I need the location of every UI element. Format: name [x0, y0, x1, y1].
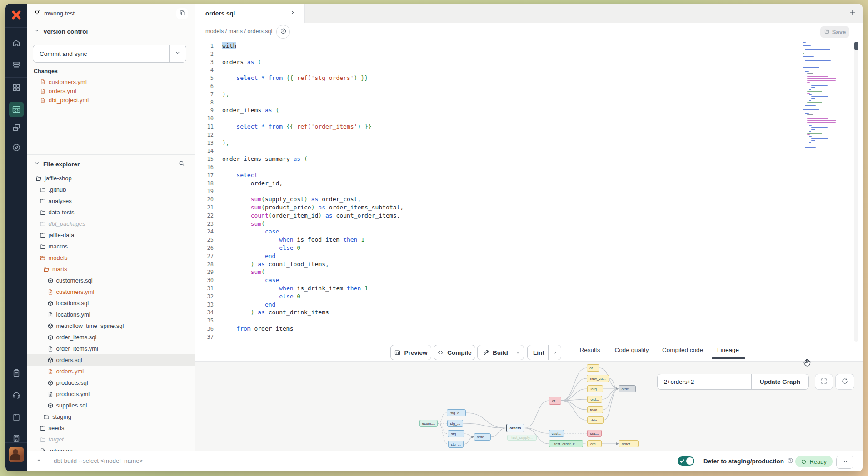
code-line-24[interactable]: 24 case — [195, 228, 863, 236]
code-line-28[interactable]: 28 ) as count_food_items, — [195, 260, 863, 268]
tree-item-dbt_packages[interactable]: dbt_packages — [27, 218, 208, 229]
commit-and-sync-button[interactable]: Commit and sync — [33, 45, 186, 63]
rail-item-docs[interactable] — [9, 410, 24, 425]
code-line-7[interactable]: 7), — [195, 90, 863, 99]
tree-item-orders.sql[interactable]: orders.sql — [27, 354, 215, 366]
defer-toggle[interactable] — [678, 456, 694, 466]
tree-item-data-tests[interactable]: data-tests — [27, 207, 208, 218]
lineage-node-orders[interactable]: orders — [506, 424, 524, 432]
code-line-19[interactable]: 19 — [195, 187, 863, 195]
code-line-34[interactable]: 34 ) as count_drink_items — [195, 308, 863, 317]
code-line-27[interactable]: 27 end — [195, 252, 863, 260]
code-line-14[interactable]: 14 — [195, 147, 863, 155]
lint-dropdown-chevron[interactable] — [548, 345, 561, 360]
code-line-12[interactable]: 12 — [195, 131, 863, 139]
new-tab-button[interactable] — [845, 6, 860, 20]
preview-button[interactable]: Preview — [390, 345, 431, 360]
lineage-node-ordeB[interactable]: orde.... — [474, 433, 491, 441]
rail-item-support[interactable] — [9, 387, 24, 402]
copy-icon-button[interactable] — [176, 8, 188, 19]
search-icon[interactable] — [178, 160, 185, 169]
rail-item-profile[interactable] — [9, 447, 24, 462]
tree-item-customers.sql[interactable]: customers.sql — [27, 275, 215, 286]
code-line-22[interactable]: 22 count(order_item_id) as count_order_i… — [195, 212, 863, 220]
tab-close-icon[interactable] — [290, 9, 296, 17]
code-line-35[interactable]: 35 — [195, 317, 863, 325]
rail-item-home[interactable] — [9, 35, 24, 51]
tree-item-locations.yml[interactable]: locations.yml — [27, 309, 215, 320]
code-line-13[interactable]: 13), — [195, 139, 863, 147]
tree-item-macros[interactable]: macros — [27, 241, 208, 252]
rail-item-dashboard[interactable] — [9, 80, 24, 95]
code-line-26[interactable]: 26 else 0 — [195, 244, 863, 252]
changed-file-customers.yml[interactable]: customers.ymlM — [27, 77, 208, 86]
lineage-node-ecom[interactable]: ecom.... — [419, 420, 438, 427]
tree-item-supplies.sql[interactable]: supplies.sql — [27, 400, 215, 411]
lint-button[interactable]: Lint — [527, 345, 561, 360]
help-icon[interactable] — [787, 457, 793, 465]
rail-item-tasks[interactable] — [9, 365, 24, 381]
build-dropdown-chevron[interactable] — [512, 345, 524, 360]
fullscreen-button[interactable] — [815, 374, 833, 390]
open-in-explorer-icon[interactable] — [276, 25, 290, 39]
rail-item-explore[interactable] — [9, 140, 24, 155]
code-line-31[interactable]: 31 when is_drink_item then 1 — [195, 284, 863, 293]
tree-item-analyses[interactable]: analyses — [27, 195, 208, 207]
update-graph-button[interactable]: Update Graph — [751, 374, 808, 389]
lineage-node-y5[interactable]: food... — [587, 406, 603, 413]
lineage-node-oyel[interactable]: ord... — [587, 440, 602, 447]
tree-item-metricflow_time_spine.sql[interactable]: metricflow_time_spine.sql — [27, 320, 215, 332]
code-line-9[interactable]: 9order_items as ( — [195, 106, 863, 114]
code-line-2[interactable]: 2 — [195, 50, 863, 58]
expand-command-bar-icon[interactable] — [35, 457, 42, 466]
code-line-18[interactable]: 18 order_id, — [195, 179, 863, 188]
changed-file-orders.yml[interactable]: orders.ymlM — [27, 86, 208, 95]
code-line-23[interactable]: 23 sum( — [195, 220, 863, 228]
minimap[interactable] — [803, 42, 853, 151]
tree-item-target[interactable]: target — [27, 434, 208, 445]
tab-results[interactable]: Results — [579, 347, 600, 353]
tab-orders-sql[interactable]: orders.sql — [195, 4, 305, 23]
lineage-node-y4[interactable]: ord... — [587, 396, 602, 403]
tree-item-staging[interactable]: staging — [27, 411, 211, 422]
code-line-32[interactable]: 32 else 0 — [195, 293, 863, 301]
code-line-21[interactable]: 21 sum(product_price) as order_items_sub… — [195, 203, 863, 212]
code-line-6[interactable]: 6 — [195, 82, 863, 90]
refresh-graph-button[interactable] — [835, 374, 854, 390]
code-editor[interactable]: 1with23orders as (45 select * from {{ re… — [195, 41, 863, 343]
tree-item-seeds[interactable]: seeds — [27, 422, 208, 434]
lineage-node-orp[interactable]: or... — [549, 397, 561, 405]
tree-item-order_items.yml[interactable]: order_items.yml — [27, 343, 215, 354]
tree-item-products.yml[interactable]: products.yml — [27, 388, 215, 400]
tree-item-.github[interactable]: .github — [27, 184, 208, 195]
rail-item-deploy[interactable] — [9, 57, 24, 73]
tab-code-quality[interactable]: Code quality — [614, 347, 649, 353]
tree-item-customers.yml[interactable]: customers.ymlM — [27, 286, 215, 298]
lineage-node-tsup[interactable]: test_supply... — [507, 435, 537, 441]
tab-lineage[interactable]: Lineage — [717, 347, 739, 353]
tree-item-models[interactable]: modelsM — [27, 252, 208, 263]
scrollbar-thumb[interactable] — [854, 42, 858, 50]
code-line-11[interactable]: 11 select * from {{ ref('order_items') }… — [195, 123, 863, 131]
more-options-button[interactable] — [836, 456, 853, 469]
code-line-10[interactable]: 10 — [195, 114, 863, 123]
code-line-37[interactable]: 37 — [195, 333, 863, 341]
save-button[interactable]: Save — [820, 26, 849, 38]
commit-dropdown-chevron[interactable] — [169, 45, 186, 62]
compile-button[interactable]: Compile — [434, 345, 475, 360]
code-line-30[interactable]: 30 case — [195, 276, 863, 284]
rail-item-changelog[interactable] — [9, 431, 24, 446]
tree-item-products.sql[interactable]: products.sql — [27, 377, 215, 388]
lineage-node-stg3[interactable]: stg_... — [448, 430, 464, 437]
lineage-node-stg2[interactable]: stg_... — [447, 420, 463, 427]
code-line-25[interactable]: 25 when is_food_item then 1 — [195, 236, 863, 244]
lineage-node-gray[interactable]: orde.... — [619, 385, 636, 392]
tree-item-marts[interactable]: martsM — [27, 263, 211, 275]
code-line-1[interactable]: 1with — [195, 42, 863, 50]
code-line-20[interactable]: 20 sum(supply_cost) as order_cost, — [195, 195, 863, 203]
lineage-filter-input[interactable]: 2+orders+2 — [658, 374, 751, 389]
rail-item-logo[interactable] — [9, 7, 24, 23]
lineage-node-y1[interactable]: or.... — [587, 364, 599, 372]
tree-item-locations.sql[interactable]: locations.sql — [27, 298, 215, 309]
rail-item-develop[interactable] — [9, 102, 24, 117]
